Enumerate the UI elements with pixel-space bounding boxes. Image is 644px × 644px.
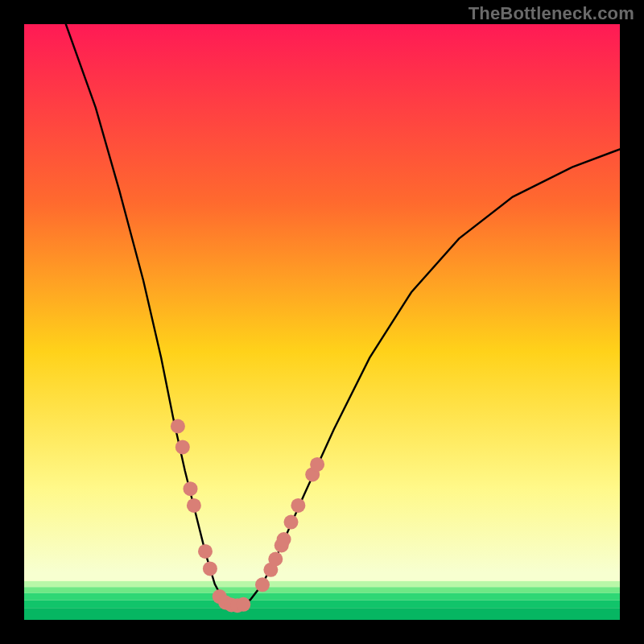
green-band-1 <box>24 581 620 587</box>
data-marker <box>184 481 198 496</box>
data-marker <box>187 498 201 513</box>
chart-frame: TheBottleneck.com <box>0 0 644 644</box>
green-band-3 <box>24 593 620 601</box>
green-band-2 <box>24 587 620 592</box>
data-marker <box>268 552 283 567</box>
green-band-5 <box>24 608 620 620</box>
gradient-background <box>24 24 620 620</box>
data-marker <box>284 515 299 530</box>
data-marker <box>171 419 185 434</box>
data-marker <box>203 561 217 576</box>
plot-area <box>24 24 620 620</box>
data-marker <box>198 544 213 559</box>
data-marker <box>310 457 324 472</box>
green-band-4 <box>24 601 620 609</box>
data-marker <box>255 577 270 592</box>
data-marker <box>236 597 250 612</box>
data-marker <box>175 440 190 454</box>
watermark-label: TheBottleneck.com <box>469 3 634 24</box>
data-marker <box>291 498 305 513</box>
chart-svg <box>24 24 620 620</box>
data-marker <box>277 532 291 547</box>
